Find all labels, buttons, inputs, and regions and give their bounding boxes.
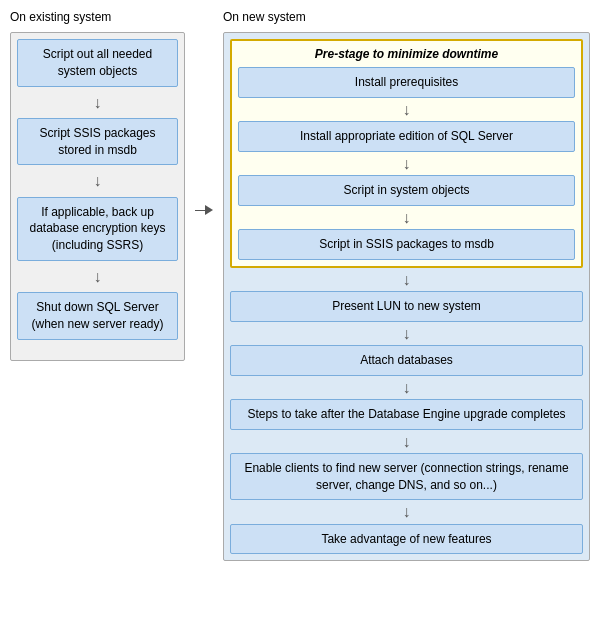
arrow-3: ↓ [17, 267, 178, 286]
right-step-1: Present LUN to new system [230, 291, 583, 322]
left-step-4: Shut down SQL Server (when new server re… [17, 292, 178, 340]
prestage-step-4: Script in SSIS packages to msdb [238, 229, 575, 260]
right-arrow-3: ↓ [230, 378, 583, 397]
right-steps: ↓ Present LUN to new system ↓ Attach dat… [230, 268, 583, 555]
right-step-3: Steps to take after the Database Engine … [230, 399, 583, 430]
prestage-step-3: Script in system objects [238, 175, 575, 206]
right-step-4: Enable clients to find new server (conne… [230, 453, 583, 501]
left-step-2: Script SSIS packages stored in msdb [17, 118, 178, 166]
prestage-arrow-1: ↓ [238, 100, 575, 119]
right-arrow-2: ↓ [230, 324, 583, 343]
left-title: On existing system [10, 10, 185, 24]
diagram: On existing system Script out all needed… [10, 10, 590, 561]
prestage-title: Pre-stage to minimize downtime [238, 47, 575, 61]
arrow-2: ↓ [17, 171, 178, 190]
connector [195, 205, 213, 215]
connector-arrow [205, 205, 213, 215]
right-arrow-4: ↓ [230, 432, 583, 451]
prestage-arrow-2: ↓ [238, 154, 575, 173]
right-title: On new system [223, 10, 590, 24]
arrow-1: ↓ [17, 93, 178, 112]
connector-line [195, 210, 205, 211]
prestage-arrow-3: ↓ [238, 208, 575, 227]
prestage-box: Pre-stage to minimize downtime Install p… [230, 39, 583, 268]
left-box: Script out all needed system objects ↓ S… [10, 32, 185, 361]
right-step-5: Take advantage of new features [230, 524, 583, 555]
prestage-step-2: Install appropriate edition of SQL Serve… [238, 121, 575, 152]
left-step-3: If applicable, back up database encrypti… [17, 197, 178, 261]
prestage-inner: Install prerequisites ↓ Install appropri… [238, 67, 575, 260]
prestage-step-1: Install prerequisites [238, 67, 575, 98]
right-arrow-1: ↓ [230, 270, 583, 289]
left-step-1: Script out all needed system objects [17, 39, 178, 87]
right-step-2: Attach databases [230, 345, 583, 376]
left-section: On existing system Script out all needed… [10, 10, 185, 361]
right-section: On new system Pre-stage to minimize down… [223, 10, 590, 561]
right-box: Pre-stage to minimize downtime Install p… [223, 32, 590, 561]
right-arrow-5: ↓ [230, 502, 583, 521]
